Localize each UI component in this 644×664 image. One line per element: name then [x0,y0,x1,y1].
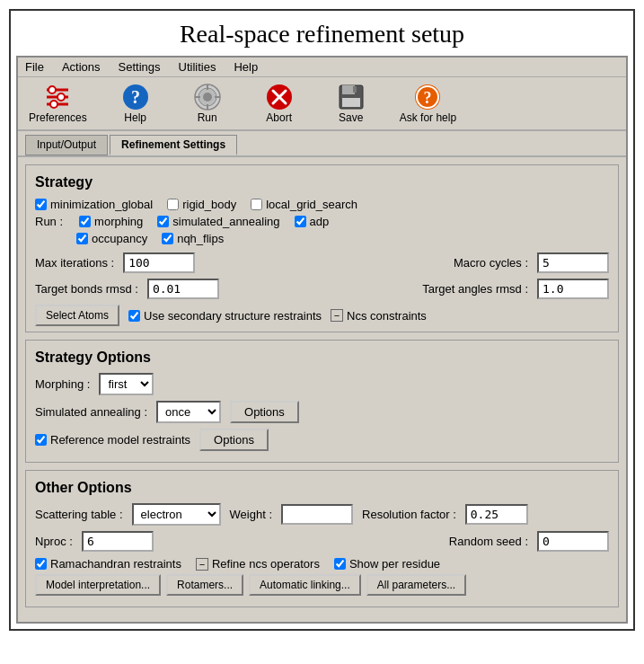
reference-model-label: Reference model restraints [50,433,190,447]
menu-file[interactable]: File [23,59,46,75]
scattering-label: Scattering table : [35,508,123,521]
target-bonds-input[interactable] [147,279,219,299]
ncs-label: Ncs constraints [347,309,427,323]
max-iterations-label: Max iterations : [35,256,114,270]
preferences-icon [43,83,72,111]
scattering-select[interactable]: electron n_gaussian it1992 wk1995 [132,503,221,526]
help-button[interactable]: ? Help [109,81,163,126]
abort-icon [265,83,294,111]
svg-rect-20 [342,98,360,107]
refine-ncs-minus-icon: − [196,558,208,571]
local-grid-search-checkbox[interactable]: local_grid_search [251,198,357,211]
target-angles-input[interactable] [537,279,609,299]
save-button[interactable]: Save [324,81,378,126]
svg-text:?: ? [424,89,432,107]
show-per-residue-checkbox[interactable]: Show per residue [334,557,440,571]
run-button[interactable]: Run [181,81,234,126]
weight-input[interactable] [281,504,353,525]
tab-input-output[interactable]: Input/Output [25,135,108,155]
menu-bar: File Actions Settings Utilities Help [18,58,626,77]
random-seed-label: Random seed : [449,535,528,548]
morphing-dropdown-label: Morphing : [35,377,90,391]
rigid-body-checkbox[interactable]: rigid_body [167,198,236,211]
help-icon: ? [121,83,150,111]
max-iterations-input[interactable] [123,252,195,273]
sim-annealing-dropdown-label: Simulated annealing : [35,405,147,419]
ramachandran-checkbox[interactable]: Ramachandran restraints [35,557,181,571]
morphing-select[interactable]: first last none [99,373,154,395]
sim-annealing-options-button[interactable]: Options [230,401,299,423]
local-grid-search-label: local_grid_search [266,198,357,211]
simulated-annealing-checkbox[interactable]: simulated_annealing [157,215,279,228]
svg-rect-19 [342,85,355,94]
resolution-factor-input[interactable] [465,504,528,525]
refine-ncs-label: Refine ncs operators [212,557,320,571]
sim-annealing-select[interactable]: once always first [156,401,221,423]
other-options-section: Other Options Scattering table : electro… [25,470,619,607]
strategy-header: Strategy [35,174,609,190]
target-bonds-label: Target bonds rmsd : [35,282,138,296]
menu-actions[interactable]: Actions [60,59,102,75]
rotamers-button[interactable]: Rotamers... [166,574,243,596]
automatic-linking-button[interactable]: Automatic linking... [249,574,361,596]
morphing-label: morphing [94,215,143,228]
use-secondary-checkbox[interactable]: Use secondary structure restraints [128,309,322,323]
svg-rect-21 [353,86,357,93]
abort-label: Abort [266,111,292,124]
tab-refinement-settings[interactable]: Refinement Settings [110,135,237,155]
run-label: Run [198,111,217,124]
preferences-label: Preferences [29,111,87,124]
strategy-section: Strategy minimization_global rigid_body … [25,164,619,332]
strategy-options-section: Strategy Options Morphing : first last n… [25,340,619,463]
svg-point-5 [50,101,57,108]
menu-help[interactable]: Help [232,59,260,75]
nproc-label: Nproc : [35,535,73,548]
ask-for-help-label: Ask for help [400,111,456,124]
all-parameters-button[interactable]: All parameters... [366,574,466,596]
minimization-global-label: minimization_global [50,198,153,211]
weight-label: Weight : [230,508,272,521]
ask-for-help-icon: ? [413,83,442,111]
model-interpretation-button[interactable]: Model interpretation... [35,574,161,596]
adp-label: adp [310,215,330,228]
strategy-options-header: Strategy Options [35,350,609,366]
nqh-flips-label: nqh_flips [177,232,224,245]
nqh-flips-checkbox[interactable]: nqh_flips [162,232,224,245]
page-title: Real-space refinement setup [11,11,633,56]
macro-cycles-input[interactable] [537,252,609,273]
reference-model-checkbox[interactable]: Reference model restraints [35,433,190,447]
run-icon [193,83,222,111]
occupancy-label: occupancy [92,232,147,245]
resolution-factor-label: Resolution factor : [362,508,456,521]
random-seed-input[interactable] [537,531,609,552]
ramachandran-label: Ramachandran restraints [50,557,181,571]
minimization-global-checkbox[interactable]: minimization_global [35,198,153,211]
toolbar: Preferences ? Help [18,77,626,131]
simulated-annealing-label: simulated_annealing [172,215,279,228]
save-label: Save [339,111,363,124]
help-label: Help [124,111,146,124]
svg-point-3 [49,86,56,93]
select-atoms-button[interactable]: Select Atoms [35,305,119,326]
other-options-header: Other Options [35,480,609,496]
ask-for-help-button[interactable]: ? Ask for help [396,81,460,126]
tab-bar: Input/Output Refinement Settings [18,131,626,157]
svg-point-4 [57,93,65,101]
target-angles-label: Target angles rmsd : [422,282,528,296]
save-icon [337,83,366,111]
menu-settings[interactable]: Settings [117,59,163,75]
abort-button[interactable]: Abort [252,81,306,126]
svg-text:?: ? [131,87,140,107]
nproc-input[interactable] [82,531,154,552]
show-per-residue-label: Show per residue [349,557,440,571]
morphing-checkbox[interactable]: morphing [79,215,143,228]
rigid-body-label: rigid_body [182,198,236,211]
occupancy-checkbox[interactable]: occupancy [76,232,147,245]
run-label-text: Run : [35,215,63,228]
adp-checkbox[interactable]: adp [295,215,330,228]
svg-point-10 [203,93,212,102]
use-secondary-label: Use secondary structure restraints [144,309,322,323]
reference-model-options-button[interactable]: Options [199,429,269,451]
menu-utilities[interactable]: Utilities [177,59,218,75]
preferences-button[interactable]: Preferences [25,81,91,126]
